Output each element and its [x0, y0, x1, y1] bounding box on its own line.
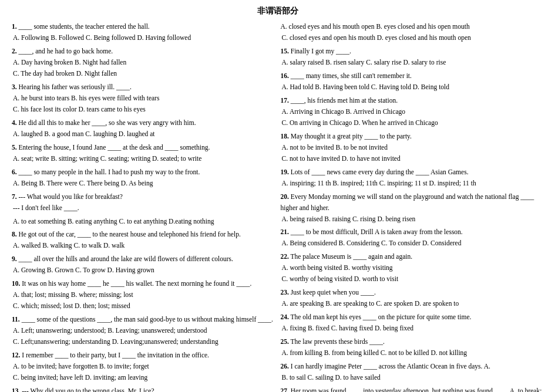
- question-item: 18. May thought it a great pity ____ to …: [281, 131, 544, 164]
- question-item: 21. ____ to be most difficult, Drill A i…: [281, 227, 544, 249]
- question-text: 26. I can hardly imagine Peter ____ acro…: [281, 363, 490, 370]
- question-text: 17. ____, his friends met him at the sta…: [281, 97, 398, 104]
- options-block: A. Being considered B. Considering C. To…: [281, 238, 544, 249]
- options-block: A. salary raised B. risen salary C. sala…: [281, 57, 544, 68]
- option-line: A. walked B. walking C. to walk D. walk: [13, 240, 275, 251]
- question-item: 16. ____ many times, she still can't rem…: [281, 70, 544, 93]
- question-item: 15. Finally I got my ____.A. salary rais…: [281, 46, 544, 68]
- question-item: 25. The law prevents these birds ____.A.…: [281, 336, 544, 359]
- question-item: 20. Every Monday morning we will stand o…: [281, 191, 544, 225]
- option-line: C. The day had broken D. Night fallen: [13, 68, 275, 79]
- question-item: 26. I can hardly imagine Peter ____ acro…: [281, 361, 544, 383]
- option-line: A. seat; write B. sitting; writing C. se…: [13, 153, 275, 164]
- content-area: 1. ____ some students, the teacher enter…: [12, 21, 543, 392]
- question-text: 4. He did all this to make her ____, so …: [12, 119, 196, 126]
- question-text: 27. Her room was found ____ into yesterd…: [281, 387, 542, 392]
- option-line: A. he burst into tears B. his eyes were …: [13, 93, 275, 104]
- option-line: A. laughed B. a good man C. laughing D. …: [13, 129, 275, 140]
- option-line: A. to be invited; have forgotten B. to i…: [13, 361, 275, 372]
- option-line: A. not to be invited B. to be not invite…: [282, 142, 544, 153]
- question-item: 10. It was on his way home ____ he ____ …: [12, 278, 275, 312]
- question-item: A. to eat something B. eating anything C…: [12, 216, 275, 227]
- question-text: 18. May thought it a great pity ____ to …: [281, 133, 412, 140]
- option-line: C. which; missed; lost D. then; lost; mi…: [13, 300, 275, 312]
- option-line: A. Growing B. Grown C. To grow D. Having…: [13, 265, 275, 276]
- options-block: A. inspiring; 11 th B. inspired; 11th C.…: [281, 178, 544, 189]
- option-line: A. Following B. Followed C. Being follow…: [13, 32, 275, 43]
- options-block: A. Had told B. Having been told C. Havin…: [281, 82, 544, 93]
- question-text: 7. --- What would you like for breakfast…: [12, 193, 123, 200]
- options-block: A. being raised B. raising C. rising D. …: [281, 214, 544, 225]
- option-line: A. from killing B. from being killed C. …: [282, 347, 544, 359]
- question-text: 10. It was on his way home ____ he ____ …: [12, 280, 251, 287]
- question-text: 15. Finally I got my ____.: [281, 48, 351, 55]
- option-line: C. being invited; have left D. inviting;…: [13, 372, 275, 383]
- question-item: 3. Hearing his father was seriously ill.…: [12, 82, 275, 115]
- option-line: C. not to have invited D. to have not in…: [282, 153, 544, 164]
- question-item: 4. He did all this to make her ____, so …: [12, 117, 275, 140]
- question-text: 1. ____ some students, the teacher enter…: [12, 23, 150, 30]
- options-block: A. Left; unanswering; understood; B. Lea…: [12, 325, 275, 347]
- options-block: A. Being B. There were C. There being D.…: [12, 178, 275, 189]
- question-item: 9. ____ all over the hills and around th…: [12, 254, 275, 276]
- question-text: 22. The palace Museum is ____ again and …: [281, 253, 413, 260]
- options-block: A. laughed B. a good man C. laughing D. …: [12, 129, 275, 140]
- question-text: 3. Hearing his father was seriously ill.…: [12, 83, 132, 90]
- page-title: 非谓语部分: [12, 6, 543, 16]
- options-block: A. he burst into tears B. his eyes were …: [12, 93, 275, 115]
- question-item: 2. ____, and he had to go back home.A. D…: [12, 46, 275, 79]
- question-item: 13. --- Why did you go to the wrong clas…: [12, 386, 275, 392]
- question-item: 19. Lots of ____ news came every day dur…: [281, 167, 544, 189]
- question-item: 22. The palace Museum is ____ again and …: [281, 251, 544, 285]
- option-line: A. Being considered B. Considering C. To…: [282, 238, 544, 249]
- option-line: A. fixing B. fixed C. having fixed D. be…: [282, 323, 544, 334]
- left-column: 1. ____ some students, the teacher enter…: [12, 21, 275, 392]
- question-text: 16. ____ many times, she still can't rem…: [281, 72, 412, 79]
- right-column: A. closed eyes and his mouth open B. eye…: [281, 21, 544, 392]
- options-block: A. that; lost; missing B. where; missing…: [12, 289, 275, 312]
- question-text: 5. Entering the house, I found Jane ____…: [12, 144, 210, 151]
- question-text: 9. ____ all over the hills and around th…: [12, 255, 233, 262]
- options-block: A. from killing B. from being killed C. …: [281, 347, 544, 359]
- option-line: A. Had told B. Having been told C. Havin…: [282, 82, 544, 93]
- option-line: A. to eat something B. eating anything C…: [13, 216, 275, 227]
- question-item: 5. Entering the house, I found Jane ____…: [12, 142, 275, 164]
- option-line: A. inspiring; 11 th B. inspired; 11th C.…: [282, 178, 544, 189]
- options-block: A. to be invited; have forgotten B. to i…: [12, 361, 275, 383]
- option-line: C. worthy of being visited D. worth to v…: [282, 273, 544, 285]
- option-line: C. On arriving in Chicago D. When he arr…: [282, 117, 544, 129]
- options-block: A. worth being visited B. worthy visitin…: [281, 262, 544, 285]
- question-item: 23. Just keep quiet when you ____.A. are…: [281, 287, 544, 309]
- page: 非谓语部分 1. ____ some students, the teacher…: [0, 0, 555, 392]
- question-item: 24. The old man kept his eyes ____ on th…: [281, 312, 544, 334]
- question-item: 6. ____ so many people in the hall. I ha…: [12, 167, 275, 189]
- options-block: A. not to be invited B. to be not invite…: [281, 142, 544, 164]
- options-block: A. to eat something B. eating anything C…: [12, 216, 275, 227]
- question-text: 23. Just keep quiet when you ____.: [281, 289, 376, 296]
- options-block: A. Day having broken B. Night had fallen…: [12, 57, 275, 79]
- options-block: A. fixing B. fixed C. having fixed D. be…: [281, 323, 544, 334]
- question-item: 27. Her room was found ____ into yesterd…: [281, 386, 544, 392]
- question-text: 19. Lots of ____ news came every day dur…: [281, 168, 469, 175]
- question-item: 11. ____ some of the questions ____, the…: [12, 314, 275, 347]
- option-line: B. to sail C. sailing D. to have sailed: [282, 372, 544, 383]
- question-item: 17. ____, his friends met him at the sta…: [281, 95, 544, 129]
- option-line: A. salary raised B. risen salary C. sala…: [282, 57, 544, 68]
- options-block: C. closed eyes and open his mouth D. eye…: [281, 32, 544, 43]
- question-text: 11. ____ some of the questions ____, the…: [12, 316, 273, 323]
- option-line: A. being raised B. raising C. rising D. …: [282, 214, 544, 225]
- options-block: A. walked B. walking C. to walk D. walk: [12, 240, 275, 251]
- option-line: A. Arriving in Chicago B. Arrived in Chi…: [282, 106, 544, 117]
- question-text: 24. The old man kept his eyes ____ on th…: [281, 313, 472, 320]
- options-block: A. Arriving in Chicago B. Arrived in Chi…: [281, 106, 544, 129]
- question-text: 20. Every Monday morning we will stand o…: [281, 193, 534, 211]
- option-line: A. worth being visited B. worthy visitin…: [282, 262, 544, 273]
- option-line: --- I don't feel like ____.: [13, 202, 275, 214]
- option-line: C. Left;unanswering; understanding D. Le…: [13, 336, 275, 347]
- options-block: B. to sail C. sailing D. to have sailed: [281, 372, 544, 383]
- option-line: A. are speaking B. are speaking to C. ar…: [282, 298, 544, 309]
- question-item: 8. He got out of the car, ____ to the ne…: [12, 229, 275, 251]
- option-line: A. Day having broken B. Night had fallen: [13, 57, 275, 68]
- question-text: A. closed eyes and his mouth open B. eye…: [281, 23, 470, 30]
- options-block: A. seat; write B. sitting; writing C. se…: [12, 153, 275, 164]
